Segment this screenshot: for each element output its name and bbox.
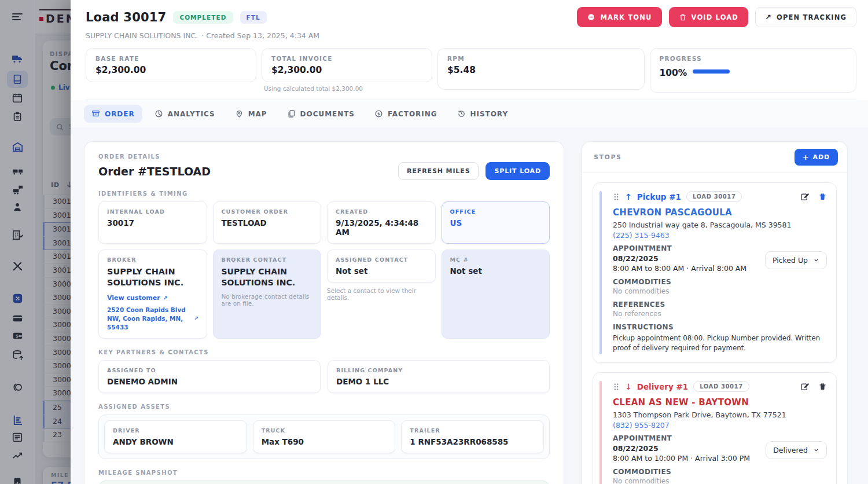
pickup-arrow-icon: ↑ — [625, 192, 632, 201]
stop-load-chip: LOAD 30017 — [686, 191, 742, 202]
drag-handle-icon[interactable] — [613, 383, 620, 391]
stop-address: 1303 Thompson Park Drive, Baytown, TX 77… — [613, 410, 827, 419]
external-link-icon: ↗ — [194, 315, 198, 322]
mark-tonu-button[interactable]: MARK TONU — [577, 7, 661, 27]
assets-section-label: ASSIGNED ASSETS — [98, 404, 550, 410]
edit-icon[interactable] — [800, 192, 810, 201]
tab-factoring[interactable]: $ FACTORING — [367, 105, 445, 123]
broker-label: BROKER — [107, 256, 198, 263]
references-value: No references — [613, 310, 827, 318]
broker-address-text: 2520 Coon Rapids Blvd NW, Coon Rapids, M… — [107, 306, 190, 332]
mc-number-card: MC # Not set — [442, 250, 550, 339]
page-title: Load 30017 — [86, 10, 166, 24]
tab-analytics-label: ANALYTICS — [168, 110, 215, 118]
tab-order[interactable]: ORDER — [84, 105, 142, 123]
stops-panel: STOPS + ADD ↑ Pickup #1 LOAD 30017 — [582, 141, 848, 484]
tab-history[interactable]: HISTORY — [450, 105, 516, 123]
assigned-contact-label: ASSIGNED CONTACT — [336, 256, 427, 263]
tab-factoring-label: FACTORING — [388, 110, 437, 118]
void-load-label: VOID LOAD — [692, 13, 738, 21]
appointment-window: 8:00 AM to 10:00 PM · Arrival 3:00 PM — [613, 454, 750, 463]
internal-load-field: INTERNAL LOAD 30017 — [98, 201, 207, 244]
tab-documents[interactable]: DOCUMENTS — [279, 105, 362, 123]
add-stop-label: ADD — [813, 153, 830, 161]
stop-status-dropdown[interactable]: Picked Up — [765, 251, 827, 269]
commodities-label: COMMODITIES — [613, 278, 827, 286]
assigned-contact-wrap: ASSIGNED CONTACT Not set Select a contac… — [327, 250, 436, 339]
view-customer-label: View customer — [107, 294, 160, 302]
driver-label: DRIVER — [113, 427, 238, 434]
stop-location-name[interactable]: CLEAN AS NEW - BAYTOWN — [613, 397, 827, 408]
stop-location-name[interactable]: CHEVRON PASCAGOULA — [613, 207, 827, 218]
assigned-to-label: ASSIGNED TO — [107, 367, 312, 373]
modal-header: Load 30017 COMPLETED FTL MARK TONU VOID … — [71, 0, 868, 100]
stop-card-delivery: ↓ Delivery #1 LOAD 30017 CLEAN AS NEW - … — [593, 372, 837, 484]
customer-order-label: CUSTOMER ORDER — [222, 208, 313, 215]
created-value: 9/13/2025, 4:34:48 AM — [336, 218, 427, 237]
stop-load-chip: LOAD 30017 — [693, 381, 749, 392]
identifiers-section-label: IDENTIFIERS & TIMING — [98, 190, 550, 197]
trailer-card[interactable]: TRAILER 1 RNF53A23RR068585 — [401, 420, 544, 453]
stop-status-value: Picked Up — [773, 256, 808, 265]
documents-icon — [287, 109, 296, 118]
status-badge: COMPLETED — [173, 11, 233, 24]
trash-icon[interactable] — [818, 382, 827, 391]
assigned-contact-value: Not set — [336, 266, 427, 276]
tab-order-label: ORDER — [105, 110, 135, 118]
header-created: · Created Sep 13, 2025, 4:34 AM — [201, 31, 319, 40]
instructions-label: INSTRUCTIONS — [613, 323, 827, 331]
stops-title: STOPS — [594, 153, 621, 161]
truck-value: Max T690 — [262, 437, 387, 446]
stop-status-dropdown[interactable]: Delivered — [766, 441, 827, 459]
stop-kind: Delivery #1 — [637, 382, 688, 391]
tab-map[interactable]: MAP — [227, 105, 275, 123]
commodities-label: COMMODITIES — [613, 468, 827, 476]
rpm-value: $5.48 — [447, 65, 635, 75]
split-load-button[interactable]: SPLIT LOAD — [486, 162, 550, 180]
order-details-card: ORDER DETAILS Order #TESTLOAD REFRESH MI… — [84, 141, 564, 484]
internal-load-label: INTERNAL LOAD — [107, 208, 198, 215]
mc-number-value: Not set — [450, 266, 542, 276]
stop-phone-link[interactable]: (832) 955-8207 — [613, 421, 827, 430]
stop-kind: Pickup #1 — [637, 192, 681, 201]
appointment-date: 08/22/2025 — [613, 254, 746, 263]
commodities-value: No commodities — [613, 477, 827, 484]
driver-card[interactable]: DRIVER ANDY BROWN — [104, 420, 247, 453]
broker-contact-note: No brokerage contact details are on file… — [222, 293, 313, 307]
delivery-arrow-icon: ↓ — [625, 382, 632, 391]
driver-value: ANDY BROWN — [113, 437, 238, 446]
external-link-icon: ↗ — [163, 295, 168, 301]
customer-order-field[interactable]: CUSTOMER ORDER TESTLOAD — [213, 201, 322, 244]
edit-icon[interactable] — [800, 382, 810, 391]
assigned-to-card: ASSIGNED TO DENEMO ADMIN — [98, 360, 321, 393]
total-invoice-card: TOTAL INVOICE $2,300.00 — [262, 48, 432, 82]
internal-load-value: 30017 — [107, 218, 198, 228]
add-stop-button[interactable]: + ADD — [795, 149, 838, 166]
broker-address-link[interactable]: 2520 Coon Rapids Blvd NW, Coon Rapids, M… — [107, 306, 198, 332]
tab-history-label: HISTORY — [470, 110, 509, 118]
progress-value: 100% — [660, 68, 687, 78]
trash-icon[interactable] — [818, 192, 827, 201]
svg-text:$: $ — [377, 112, 380, 116]
broker-card: BROKER SUPPLY CHAIN SOLUTIONS INC. View … — [98, 250, 207, 339]
void-load-button[interactable]: VOID LOAD — [669, 7, 748, 27]
stop-phone-link[interactable]: (225) 315-9463 — [613, 231, 827, 240]
assigned-contact-card[interactable]: ASSIGNED CONTACT Not set — [327, 250, 436, 283]
office-field[interactable]: OFFICE US — [442, 201, 550, 244]
history-icon — [457, 109, 466, 118]
minus-circle-icon — [587, 13, 595, 21]
view-customer-link[interactable]: View customer ↗ — [107, 294, 198, 302]
broker-contact-label: BROKER CONTACT — [222, 256, 313, 263]
partners-section-label: KEY PARTNERS & CONTACTS — [98, 349, 550, 355]
truck-card[interactable]: TRUCK Max T690 — [253, 420, 396, 453]
drag-handle-icon[interactable] — [613, 193, 620, 201]
refresh-miles-button[interactable]: REFRESH MILES — [398, 162, 479, 180]
progress-card: PROGRESS 100% — [650, 48, 857, 93]
stop-address: 250 Industrial way gate 8, Pascagoula, M… — [613, 221, 827, 229]
total-invoice-note: Using calculated total $2,300.00 — [262, 85, 432, 92]
created-field: CREATED 9/13/2025, 4:34:48 AM — [327, 201, 436, 244]
open-tracking-button[interactable]: ↗ OPEN TRACKING — [755, 7, 856, 27]
broker-name: SUPPLY CHAIN SOLUTIONS INC. — [107, 266, 198, 288]
tab-analytics[interactable]: ANALYTICS — [147, 105, 223, 123]
trailer-label: TRAILER — [410, 427, 535, 434]
